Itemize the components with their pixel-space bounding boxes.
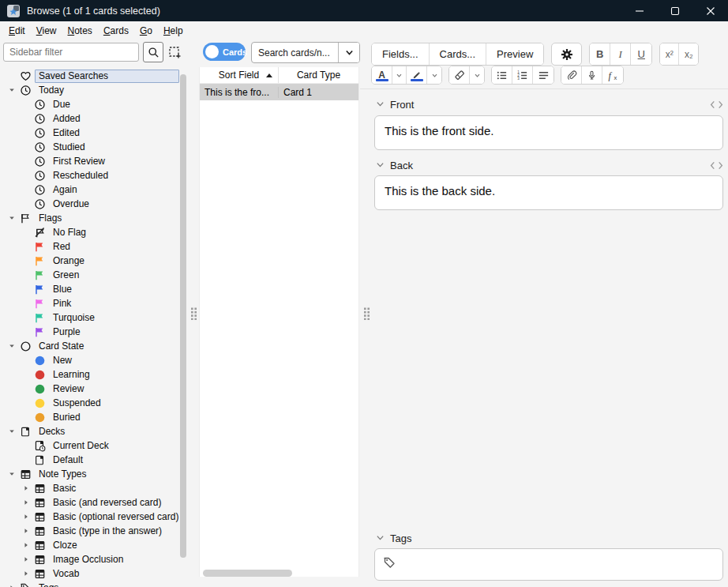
sidebar-item-rescheduled[interactable]: Rescheduled xyxy=(0,168,179,182)
sidebar-item-vocab[interactable]: Vocab xyxy=(0,566,179,581)
sidebar-filter-input[interactable] xyxy=(3,43,139,62)
sidebar-item-basic-and-reversed-card[interactable]: Basic (and reversed card) xyxy=(0,495,179,510)
math-function-button[interactable]: fx xyxy=(602,66,623,84)
sidebar-item-card-state[interactable]: Card State xyxy=(0,339,179,353)
bold-button[interactable]: B xyxy=(590,43,610,65)
sidebar-item-today[interactable]: Today xyxy=(0,83,179,97)
bullet-list-button[interactable] xyxy=(492,66,512,84)
sidebar-item-first-review[interactable]: First Review xyxy=(0,154,179,168)
minimize-button[interactable] xyxy=(621,0,657,21)
search-button[interactable] xyxy=(143,42,163,62)
caret-right-icon[interactable] xyxy=(19,539,32,551)
sidebar-item-red[interactable]: Red xyxy=(0,239,179,254)
sidebar-item-note-types[interactable]: Note Types xyxy=(0,467,179,481)
caret-down-icon[interactable] xyxy=(5,468,18,480)
menu-edit[interactable]: Edit xyxy=(3,24,31,38)
front-field-input[interactable]: This is the front side. xyxy=(374,115,723,150)
sidebar-item-saved-searches[interactable]: Saved Searches xyxy=(0,69,179,83)
remove-formatting-dropdown[interactable] xyxy=(470,66,484,84)
splitter-handle-right[interactable] xyxy=(363,307,370,320)
html-editor-toggle[interactable] xyxy=(710,161,723,170)
sidebar-item-overdue[interactable]: Overdue xyxy=(0,197,179,211)
caret-right-icon[interactable] xyxy=(19,525,32,537)
subscript-button[interactable]: x₂ xyxy=(679,43,698,65)
caret-right-icon[interactable] xyxy=(19,482,32,495)
sidebar-scrollbar[interactable] xyxy=(180,74,186,558)
sidebar-item-no-flag[interactable]: No Flag xyxy=(0,225,179,239)
sidebar-item-cloze[interactable]: Cloze xyxy=(0,538,179,552)
caret-right-icon[interactable] xyxy=(19,510,32,523)
select-notes-button[interactable] xyxy=(166,43,184,62)
table-horizontal-scrollbar[interactable] xyxy=(203,570,292,577)
sidebar-item-due[interactable]: Due xyxy=(0,97,179,111)
caret-down-icon[interactable] xyxy=(5,84,18,96)
menu-go[interactable]: Go xyxy=(134,24,158,38)
caret-right-icon[interactable] xyxy=(19,553,32,566)
caret-down-icon[interactable] xyxy=(5,212,18,224)
highlight-color-button[interactable] xyxy=(407,66,427,84)
alignment-button[interactable] xyxy=(533,66,554,84)
attach-media-button[interactable] xyxy=(561,66,582,84)
menu-cards[interactable]: Cards xyxy=(98,24,134,38)
sidebar-item-learning[interactable]: Learning xyxy=(0,367,179,382)
cards-button[interactable]: Cards... xyxy=(430,43,487,65)
menu-notes[interactable]: Notes xyxy=(62,24,98,38)
sidebar-item-orange[interactable]: Orange xyxy=(0,254,179,268)
underline-button[interactable]: U xyxy=(631,43,651,65)
editor-settings-button[interactable] xyxy=(551,43,582,66)
maximize-button[interactable] xyxy=(657,0,692,21)
caret-down-icon[interactable] xyxy=(5,425,18,438)
sidebar-item-added[interactable]: Added xyxy=(0,111,179,126)
caret-right-icon[interactable] xyxy=(19,496,32,509)
sidebar-item-turquoise[interactable]: Turquoise xyxy=(0,310,179,325)
collapse-chevron-icon[interactable] xyxy=(376,535,385,541)
collapse-chevron-icon[interactable] xyxy=(376,101,385,107)
caret-down-icon[interactable] xyxy=(5,340,18,352)
remove-formatting-button[interactable] xyxy=(449,66,470,84)
sidebar-item-decks[interactable]: Decks xyxy=(0,424,179,438)
italic-button[interactable]: I xyxy=(610,43,631,65)
sidebar-item-current-deck[interactable]: Current Deck xyxy=(0,438,179,453)
sidebar-item-basic-optional-reversed-card[interactable]: Basic (optional reversed card) xyxy=(0,510,179,524)
sidebar-item-basic-type-in-the-answer[interactable]: Basic (type in the answer) xyxy=(0,524,179,538)
search-input[interactable] xyxy=(252,43,338,62)
sidebar-item-tags[interactable]: Tags xyxy=(0,581,179,587)
sidebar-item-studied[interactable]: Studied xyxy=(0,140,179,154)
sidebar-item-suspended[interactable]: Suspended xyxy=(0,396,179,410)
fields-button[interactable]: Fields... xyxy=(372,43,430,65)
html-editor-toggle[interactable] xyxy=(710,100,723,109)
sidebar-item-edited[interactable]: Edited xyxy=(0,126,179,140)
sidebar-item-default[interactable]: Default xyxy=(0,453,179,467)
collapse-chevron-icon[interactable] xyxy=(376,162,385,168)
sidebar-item-basic[interactable]: Basic xyxy=(0,481,179,495)
column-header-card-type[interactable]: Card Type xyxy=(279,67,358,83)
menu-help[interactable]: Help xyxy=(158,24,189,38)
sidebar-item-purple[interactable]: Purple xyxy=(0,325,179,339)
cards-notes-toggle[interactable]: Cards xyxy=(203,43,246,61)
sidebar-item-new[interactable]: New xyxy=(0,353,179,367)
sidebar-item-green[interactable]: Green xyxy=(0,268,179,282)
menu-view[interactable]: View xyxy=(31,24,62,38)
splitter-handle-left[interactable] xyxy=(190,307,197,320)
highlight-color-dropdown[interactable] xyxy=(427,66,441,84)
tags-input[interactable] xyxy=(401,556,715,570)
search-history-button[interactable] xyxy=(338,43,359,62)
sidebar-item-review[interactable]: Review xyxy=(0,382,179,396)
superscript-button[interactable]: x² xyxy=(660,43,679,65)
back-field-input[interactable]: This is the back side. xyxy=(374,175,723,210)
text-color-button[interactable]: A xyxy=(372,66,392,84)
caret-right-icon[interactable] xyxy=(19,567,32,580)
preview-button[interactable]: Preview xyxy=(486,43,543,65)
table-row[interactable]: This is the fro...Card 1 xyxy=(200,84,358,100)
sidebar-item-again[interactable]: Again xyxy=(0,182,179,197)
sidebar-item-image-occlusion[interactable]: Image Occlusion xyxy=(0,552,179,566)
sidebar-item-flags[interactable]: Flags xyxy=(0,211,179,225)
sidebar-item-pink[interactable]: Pink xyxy=(0,296,179,310)
text-color-dropdown[interactable] xyxy=(392,66,407,84)
column-header-sort-field[interactable]: Sort Field xyxy=(200,67,279,83)
close-button[interactable] xyxy=(692,0,728,21)
record-audio-button[interactable] xyxy=(582,66,602,84)
sidebar-item-buried[interactable]: Buried xyxy=(0,410,179,424)
numbered-list-button[interactable]: 123 xyxy=(512,66,533,84)
caret-right-icon[interactable] xyxy=(5,581,18,587)
